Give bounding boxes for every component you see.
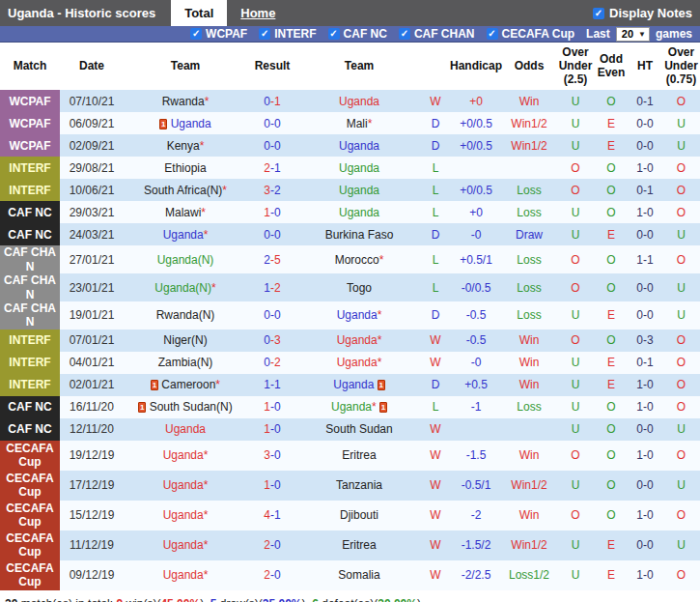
col-header-match: Match <box>0 43 60 90</box>
odd-even-cell: O <box>595 157 628 179</box>
team-name: Mali <box>347 117 368 130</box>
summary-segment: 6 <box>312 597 319 602</box>
ht-score-cell: 1-0 <box>628 374 662 396</box>
ht-score-cell: 0-0 <box>628 471 662 501</box>
team-star: * <box>204 478 209 492</box>
odds-cell: Win <box>502 330 556 352</box>
competition-label: CAF NC <box>344 27 387 41</box>
over-under-25-cell: U <box>556 112 595 134</box>
result-letter-cell: W <box>421 501 450 530</box>
home-score: 1 <box>264 281 270 295</box>
date-cell: 15/12/19 <box>60 501 124 530</box>
team-star: * <box>222 184 227 197</box>
over-under-25-cell: U <box>556 396 595 418</box>
date-cell: 09/12/19 <box>60 560 124 590</box>
home-score: 0 <box>264 95 270 108</box>
display-notes-toggle[interactable]: ✓ Display Notes <box>593 0 700 26</box>
red-card-icon: 1 <box>379 402 387 413</box>
team-name: Morocco <box>335 253 379 267</box>
score-cell: 0-0 <box>247 223 297 245</box>
team-name: Eritrea <box>342 538 376 552</box>
away-team-cell: Uganda <box>297 134 421 157</box>
match-type-cell: CECAFA Cup <box>0 441 60 471</box>
team-name: Niger(N) <box>163 333 207 347</box>
away-team-cell: Somalia <box>297 560 421 590</box>
over-under-25-cell: O <box>556 441 595 471</box>
over-under-075-cell: O <box>662 201 700 223</box>
games-count-select[interactable]: 20 ▼ <box>616 27 650 42</box>
checkbox-checked-icon[interactable]: ✓ <box>259 28 270 40</box>
home-team-cell: 1 South Sudan(N) <box>124 396 247 418</box>
away-team-cell: Uganda* <box>297 330 421 352</box>
competition-filter-caf-chan[interactable]: ✓CAF CHAN <box>399 27 475 41</box>
col-header-handicap: Handicap <box>450 43 502 90</box>
summary-segment: ), <box>302 597 313 602</box>
odd-even-cell: O <box>595 471 628 501</box>
filter-bar: ✓WCPAF✓INTERF✓CAF NC✓CAF CHAN✓CECAFA Cup… <box>0 26 700 43</box>
handicap-cell: -2 <box>450 501 502 530</box>
away-score: -0 <box>270 228 281 242</box>
top-bar: Uganda - Historic scores Total Home ✓ Di… <box>0 0 700 26</box>
ht-score-cell: 1-0 <box>628 396 662 418</box>
handicap-cell <box>450 418 502 441</box>
away-team-cell: Tanzania <box>297 471 421 501</box>
table-row: INTERF02/01/211 Cameroon*1-1Uganda 1D+0.… <box>0 374 700 396</box>
summary-segment: ), <box>200 597 210 602</box>
checkbox-checked-icon[interactable]: ✓ <box>593 8 604 19</box>
handicap-cell: +0/0.5 <box>450 134 502 157</box>
checkbox-checked-icon[interactable]: ✓ <box>190 28 202 40</box>
score-cell: 1-1 <box>247 374 297 396</box>
ht-score-cell: 0-1 <box>628 90 662 112</box>
team-name: Ethiopia <box>164 161 206 175</box>
competition-filter-cecafa-cup[interactable]: ✓CECAFA Cup <box>487 27 575 41</box>
table-row: CAF CHAN23/01/21Uganda(N)*1-2TogoL-0/0.5… <box>0 273 700 301</box>
competition-filter-wcpaf[interactable]: ✓WCPAF <box>190 27 247 41</box>
away-score: -0 <box>270 478 281 492</box>
odds-cell: Draw <box>502 223 556 245</box>
checkbox-checked-icon[interactable]: ✓ <box>328 28 340 40</box>
checkbox-checked-icon[interactable]: ✓ <box>399 28 410 40</box>
handicap-cell: +0 <box>450 90 502 112</box>
home-score: 0 <box>264 333 270 347</box>
away-score: -3 <box>270 333 281 347</box>
odd-even-cell: O <box>595 90 628 112</box>
away-team-cell: Uganda* <box>297 352 421 374</box>
odd-even-cell: O <box>595 396 628 418</box>
match-table-body: WCPAF07/10/21Rwanda*0-1UgandaW+0WinUO0-1… <box>0 90 700 589</box>
team-star: * <box>201 206 206 219</box>
home-team-cell: Uganda* <box>124 501 247 530</box>
summary-footer: 20 match(es) in total: 9 win(s)(45.00%),… <box>0 590 700 602</box>
odd-even-cell: O <box>595 179 628 201</box>
team-name: Djibouti <box>340 508 378 522</box>
odds-cell: Loss <box>502 301 556 330</box>
historic-scores-page: Uganda - Historic scores Total Home ✓ Di… <box>0 0 700 602</box>
team-name: South Africa(N) <box>144 184 222 197</box>
away-score: -0 <box>270 422 281 436</box>
score-cell: 3-0 <box>247 441 297 471</box>
checkbox-checked-icon[interactable]: ✓ <box>487 28 498 40</box>
match-type-cell: CAF CHAN <box>0 301 60 330</box>
handicap-cell <box>450 157 502 179</box>
competition-filters: ✓WCPAF✓INTERF✓CAF NC✓CAF CHAN✓CECAFA Cup <box>190 27 574 41</box>
competition-filter-caf-nc[interactable]: ✓CAF NC <box>328 27 387 41</box>
tab-home[interactable]: Home <box>227 0 289 26</box>
team-star: * <box>204 538 209 552</box>
over-under-075-cell: U <box>662 273 700 301</box>
table-row: CECAFA Cup17/12/19Uganda*1-0TanzaniaW-0.… <box>0 471 700 501</box>
match-type-cell: WCPAF <box>0 90 60 112</box>
home-team-cell: South Africa(N)* <box>124 179 247 201</box>
score-cell: 0-0 <box>247 301 297 330</box>
competition-filter-interf[interactable]: ✓INTERF <box>259 27 316 41</box>
ht-score-cell: 0-0 <box>628 418 662 441</box>
match-type-cell: INTERF <box>0 157 60 179</box>
team-name: South Sudan(N) <box>150 400 233 414</box>
summary-segment: 45.00% <box>160 597 200 602</box>
match-type-cell: INTERF <box>0 330 60 352</box>
team-name: Zambia(N) <box>158 356 213 369</box>
ht-score-cell: 0-0 <box>628 223 662 245</box>
table-row: CAF NC16/11/201 South Sudan(N)1-0Uganda*… <box>0 396 700 418</box>
team-star: * <box>204 448 209 462</box>
table-row: CAF CHAN19/01/21Rwanda(N)0-0Uganda*D-0.5… <box>0 301 700 330</box>
tab-total[interactable]: Total <box>171 0 227 26</box>
score-cell: 0-1 <box>247 90 297 112</box>
